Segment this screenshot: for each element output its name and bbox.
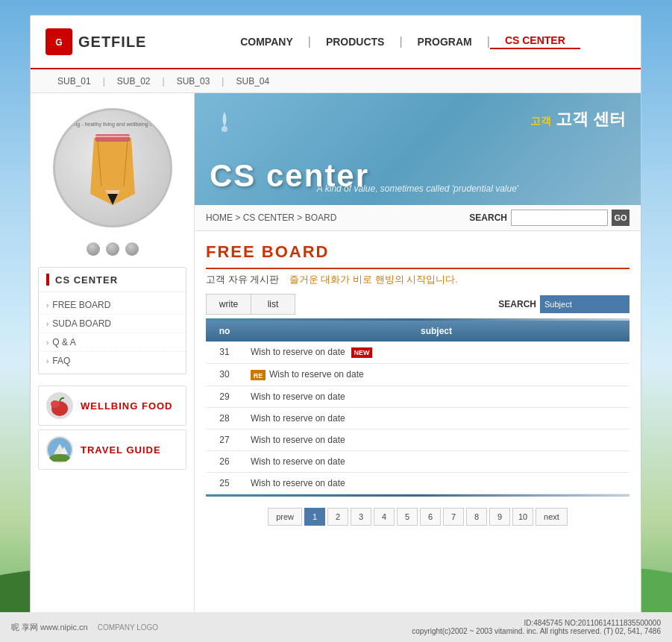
table-row[interactable]: 31Wish to reserve on date NEW xyxy=(206,342,629,363)
page-9-button[interactable]: 9 xyxy=(489,508,510,526)
table-row[interactable]: 25Wish to reserve on date xyxy=(206,472,629,494)
board-subtitle-kr: 고객 자유 게시판 xyxy=(206,274,279,285)
board-title: FREE BOARD xyxy=(206,242,629,269)
sidebar-item-free-board[interactable]: › FREE BOARD xyxy=(39,296,186,315)
table-row[interactable]: 30REWish to reserve on date xyxy=(206,363,629,385)
subnav-sub02[interactable]: SUB_02 xyxy=(105,76,163,86)
search-label: SEARCH xyxy=(469,213,507,223)
page-1-button[interactable]: 1 xyxy=(304,508,325,526)
cell-no-0: 31 xyxy=(206,342,243,363)
footer-right: ID:4845745 NO:20110614111835500000 copyr… xyxy=(412,619,661,635)
footer-left: 昵 享网 www.nipic.cn COMPANY LOGO xyxy=(11,622,158,633)
board-subtitle-en: 즐거운 대화가 비로 핸빙의 시작입니다. xyxy=(289,274,458,285)
cell-subject-6[interactable]: Wish to reserve on date xyxy=(243,472,629,494)
content-area: Wellbing - healthy living and wellbeing … xyxy=(31,93,641,630)
cell-no-3: 28 xyxy=(206,407,243,429)
breadcrumb-bar: HOME > CS CENTER > BOARD SEARCH GO xyxy=(195,205,641,231)
prev-button[interactable]: prew xyxy=(268,508,302,526)
sidebar-menu: › FREE BOARD › SUDA BOARD › Q & A › FAQ xyxy=(39,292,186,374)
arrow-icon-1: › xyxy=(46,301,48,309)
svg-rect-14 xyxy=(95,136,130,137)
table-row[interactable]: 29Wish to reserve on date xyxy=(206,385,629,407)
svg-text:G: G xyxy=(55,37,62,48)
subnav-sub04[interactable]: SUB_04 xyxy=(224,76,281,86)
next-button[interactable]: next xyxy=(536,508,568,526)
travel-guide-icon xyxy=(46,436,73,463)
nav-program[interactable]: PROGRAM xyxy=(403,36,487,48)
svg-point-21 xyxy=(222,126,227,132)
page-2-button[interactable]: 2 xyxy=(327,508,348,526)
cell-subject-3[interactable]: Wish to reserve on date xyxy=(243,407,629,429)
subnav-sub01[interactable]: SUB_01 xyxy=(45,76,103,86)
footer-id: ID:4845745 NO:20110614111835500000 xyxy=(412,619,661,627)
breadcrumb: HOME > CS CENTER > BOARD xyxy=(206,213,336,223)
board-table: no subject 31Wish to reserve on date NEW… xyxy=(206,321,629,494)
table-row[interactable]: 26Wish to reserve on date xyxy=(206,450,629,472)
header-search-area: SEARCH GO xyxy=(469,210,629,226)
logo-text: GETFILE xyxy=(78,34,146,51)
list-button[interactable]: list xyxy=(251,294,295,315)
pagination: prew 1 2 3 4 5 6 7 8 9 10 next xyxy=(206,508,629,526)
header: G GETFILE COMPANY | PRODUCTS | PROGRAM |… xyxy=(31,16,641,69)
board-toolbar: write list SEARCH Subject Content Author xyxy=(206,294,629,315)
sidebar-logo: Wellbing - healthy living and wellbeing … xyxy=(53,108,172,227)
wellbing-food-label: WELLBING FOOD xyxy=(81,400,173,412)
sidebar-item-qa[interactable]: › Q & A xyxy=(39,333,186,352)
footer-watermark: 昵 享网 www.nipic.cn xyxy=(11,623,88,632)
arrow-icon-2: › xyxy=(46,320,48,328)
footer-copyright: copyright(c)2002 ~ 2003 vitamind. inc. A… xyxy=(412,627,661,635)
main-nav: COMPANY | PRODUCTS | PROGRAM | CS CENTER xyxy=(180,34,626,49)
svg-rect-13 xyxy=(95,134,130,142)
arrow-icon-3: › xyxy=(46,339,48,347)
subnav-sub03[interactable]: SUB_03 xyxy=(165,76,222,86)
page-4-button[interactable]: 4 xyxy=(374,508,395,526)
nav-cs-center[interactable]: CS CENTER xyxy=(490,34,580,49)
right-panel: CS center 고객 고객 센터 A kind of value, some… xyxy=(195,93,641,630)
page-3-button[interactable]: 3 xyxy=(351,508,371,526)
travel-guide-link[interactable]: TRAVEL GUIDE xyxy=(38,429,186,470)
hero-area: CS center 고객 고객 센터 A kind of value, some… xyxy=(195,93,641,205)
sidebar-dot-1 xyxy=(87,242,100,256)
table-row[interactable]: 28Wish to reserve on date xyxy=(206,407,629,429)
col-no: no xyxy=(206,321,243,342)
sidebar-dot-2 xyxy=(106,242,119,256)
board-search-area: SEARCH Subject Content Author xyxy=(498,295,629,313)
wellbing-food-icon xyxy=(46,392,73,419)
sidebar-item-faq[interactable]: › FAQ xyxy=(39,352,186,370)
svg-point-16 xyxy=(51,400,60,408)
cell-no-5: 26 xyxy=(206,450,243,472)
wellbing-food-link[interactable]: WELLBING FOOD xyxy=(38,385,186,426)
cell-subject-1[interactable]: REWish to reserve on date xyxy=(243,363,629,385)
sidebar-section-title: CS CENTER xyxy=(39,268,186,292)
re-badge: RE xyxy=(251,370,266,380)
col-subject: subject xyxy=(243,321,629,342)
nav-products[interactable]: PRODUCTS xyxy=(311,36,400,48)
cell-subject-4[interactable]: Wish to reserve on date xyxy=(243,429,629,450)
sub-nav: SUB_01 | SUB_02 | SUB_03 | SUB_04 xyxy=(31,69,641,93)
search-go-button[interactable]: GO xyxy=(612,210,629,226)
hero-icon xyxy=(210,108,239,151)
main-wrapper: G GETFILE COMPANY | PRODUCTS | PROGRAM |… xyxy=(30,15,641,631)
hero-subtitle-en: A kind of value, sometimes called 'prude… xyxy=(317,183,518,194)
nav-company[interactable]: COMPANY xyxy=(225,36,308,48)
page-8-button[interactable]: 8 xyxy=(466,508,487,526)
cell-subject-2[interactable]: Wish to reserve on date xyxy=(243,385,629,407)
arrow-icon-4: › xyxy=(46,357,48,365)
cell-subject-0[interactable]: Wish to reserve on date NEW xyxy=(243,342,629,363)
page-7-button[interactable]: 7 xyxy=(443,508,464,526)
cell-no-2: 29 xyxy=(206,385,243,407)
sidebar-dot-3 xyxy=(125,242,139,256)
page-5-button[interactable]: 5 xyxy=(397,508,418,526)
search-input[interactable] xyxy=(511,210,608,226)
table-header-row: no subject xyxy=(206,321,629,342)
sidebar-item-suda-board[interactable]: › SUDA BOARD xyxy=(39,315,186,333)
sidebar: Wellbing - healthy living and wellbeing … xyxy=(31,93,195,630)
page-6-button[interactable]: 6 xyxy=(420,508,441,526)
write-button[interactable]: write xyxy=(206,294,251,315)
board-search-select[interactable]: Subject Content Author xyxy=(540,295,629,313)
page-10-button[interactable]: 10 xyxy=(512,508,533,526)
table-row[interactable]: 27Wish to reserve on date xyxy=(206,429,629,450)
sidebar-dots xyxy=(31,242,194,256)
board-area: FREE BOARD 고객 자유 게시판 즐거운 대화가 비로 핸빙의 시작입니… xyxy=(195,231,641,630)
cell-subject-5[interactable]: Wish to reserve on date xyxy=(243,450,629,472)
